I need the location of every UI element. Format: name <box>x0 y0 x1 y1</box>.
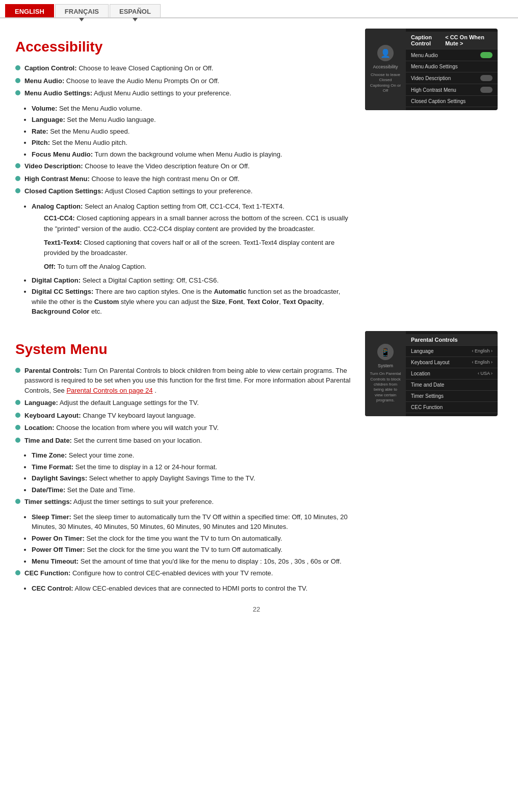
cc1cc4-term: CC1-CC4: <box>44 214 75 222</box>
system-menu-screenshot: 📱 System Turn On Parental Controls to bl… <box>365 331 498 416</box>
list-item-closed-caption: Closed Caption Settings: Adjust Closed C… <box>15 186 353 196</box>
lang-tab-francais-label: FRANÇAIS <box>65 8 99 15</box>
cec-control-term: CEC Control: <box>32 585 73 592</box>
sub-item-digital-cc-settings: Digital CC Settings: There are two capti… <box>32 287 353 317</box>
location-text: Location: Choose the location from where… <box>24 423 219 433</box>
sleep-timer-term: Sleep Timer: <box>32 513 71 521</box>
language-desc: Set the Menu Audio language. <box>67 116 156 123</box>
mockup-row-closed-caption-settings: Closed Caption Settings <box>406 96 498 107</box>
power-on-timer-desc: Set the clock for the time you want the … <box>86 535 282 542</box>
high-contrast-text: High Contrast Menu: Choose to leave the … <box>24 174 240 184</box>
off-desc: To turn off the Analog Caption. <box>58 263 147 270</box>
time-format-desc: Set the time to display in a 12 or 24-ho… <box>75 463 217 471</box>
language-tabs: ENGLISH FRANÇAIS ESPAÑOL <box>0 0 518 18</box>
caption-control-term: Caption Control: <box>24 64 77 72</box>
digital-caption-term: Digital Caption: <box>32 276 81 284</box>
mockup-menu: Caption Control < CC On When Mute > Menu… <box>406 29 498 110</box>
mockup-row-video-description: Video Description <box>406 72 498 84</box>
accessibility-title: Accessibility <box>15 39 353 55</box>
keyboard-layout-desc: Change TV keyboard layout language. <box>81 412 196 419</box>
cc1cc4-desc: Closed captioning appears in a small ban… <box>44 214 348 233</box>
mockup-row-language: Language ‹ English › <box>406 346 498 357</box>
list-item-parental-controls: Parental Controls: Turn On Parental Cont… <box>15 366 353 396</box>
row-value: ‹ USA › <box>478 371 493 376</box>
sub-item-rate: Rate: Set the Menu Audio speed. <box>32 126 353 137</box>
parental-controls-link[interactable]: Parental Controls on page 24 <box>66 387 152 394</box>
digital-cc-settings-term: Digital CC Settings: <box>32 288 93 295</box>
mockup-header-value: < CC On When Mute > <box>445 34 493 46</box>
daylight-savings-desc: Select whether to apply Daylight Savings… <box>89 474 255 482</box>
sidebar-sub: Turn On Parental Controls to block child… <box>369 371 402 403</box>
accessibility-more-list: Video Description: Choose to leave the V… <box>15 161 353 196</box>
accessibility-section: Accessibility Caption Control: Choose to… <box>15 29 498 319</box>
accessibility-main-list: Caption Control: Choose to leave Closed … <box>15 63 353 98</box>
toggle-off-icon <box>480 75 493 81</box>
bullet-icon <box>15 425 20 430</box>
bullet-icon <box>15 499 20 504</box>
row-label: Menu Audio <box>411 53 438 58</box>
sub-item-digital-caption: Digital Caption: Select a Digital Captio… <box>32 275 353 286</box>
system-main-list: Parental Controls: Turn On Parental Cont… <box>15 366 353 446</box>
sub-item-language: Language: Set the Menu Audio language. <box>32 115 353 125</box>
mockup-header-row: Caption Control < CC On When Mute > <box>406 32 498 49</box>
menu-audio-desc: Choose to leave the Audio Menu Prompts O… <box>66 77 219 85</box>
espanol-arrow-icon <box>133 18 138 21</box>
lang-tab-francais[interactable]: FRANÇAIS <box>55 4 109 17</box>
bullet-icon <box>15 570 20 575</box>
mockup-row-timer-settings: Timer Settings <box>406 391 498 402</box>
power-on-timer-term: Power On Timer: <box>32 535 85 542</box>
sub-item-volume: Volume: Set the Menu Audio volume. <box>32 104 353 114</box>
page-number: 22 <box>15 605 498 613</box>
daylight-savings-term: Daylight Savings: <box>32 474 87 482</box>
video-description-text: Video Description: Choose to leave the V… <box>24 161 250 171</box>
mockup-row-keyboard-layout: Keyboard Layout ‹ English › <box>406 357 498 368</box>
cc1cc4-block: CC1-CC4: Closed captioning appears in a … <box>44 213 353 235</box>
digital-caption-desc: Select a Digital Caption setting: Off, C… <box>83 276 219 284</box>
date-time-term: Date/Time: <box>32 486 65 494</box>
row-label: Language <box>411 348 434 354</box>
bullet-icon <box>15 188 20 193</box>
menu-timeout-term: Menu Timeout: <box>32 557 79 565</box>
sleep-timer-desc: Set the sleep timer to automatically tur… <box>32 513 348 531</box>
row-label: CEC Function <box>411 404 443 410</box>
menu-audio-settings-desc: Adjust Menu Audio settings to your prefe… <box>94 89 231 97</box>
list-item-caption-control: Caption Control: Choose to leave Closed … <box>15 63 353 73</box>
accessibility-text: Accessibility Caption Control: Choose to… <box>15 29 353 319</box>
sidebar-label: Accessibility <box>373 64 398 70</box>
bullet-icon <box>15 65 20 70</box>
time-date-text: Time and Date: Set the current time base… <box>24 436 202 446</box>
menu-audio-term: Menu Audio: <box>24 77 64 85</box>
timer-settings-desc: Adjust the timer settings to suit your p… <box>73 498 214 505</box>
bullet-icon <box>15 400 20 405</box>
lang-tab-espanol[interactable]: ESPAÑOL <box>110 4 161 17</box>
keyboard-layout-text: Keyboard Layout: Change TV keyboard layo… <box>24 411 196 421</box>
mockup-sidebar: 📱 System Turn On Parental Controls to bl… <box>365 331 406 416</box>
mockup-row-high-contrast: High Contrast Menu <box>406 84 498 96</box>
sub-item-time-zone: Time Zone: Select your time zone. <box>32 450 353 461</box>
row-label: Video Description <box>411 75 451 81</box>
mockup-inner: 👤 Accessibility Choose to leave Closed C… <box>365 29 498 110</box>
location-term: Location: <box>24 424 55 432</box>
list-item-menu-audio-settings: Menu Audio Settings: Adjust Menu Audio s… <box>15 88 353 98</box>
sub-item-date-time: Date/Time: Set the Date and Time. <box>32 485 353 495</box>
mockup-menu: Parental Controls Language ‹ English › K… <box>406 331 498 416</box>
volume-desc: Set the Menu Audio volume. <box>59 105 142 112</box>
menu-timeout-desc: Set the amount of time that you'd like f… <box>81 557 342 565</box>
keyboard-layout-term: Keyboard Layout: <box>24 412 81 419</box>
language-desc: Adjust the default Language settings for… <box>60 399 199 407</box>
row-label: Time and Date <box>411 382 444 388</box>
sub-item-pitch: Pitch: Set the Menu Audio pitch. <box>32 138 353 148</box>
sub-item-analog-caption: Analog Caption: Select an Analog Caption… <box>32 201 353 212</box>
sidebar-icon: 👤 <box>377 45 394 61</box>
mockup-row-location: Location ‹ USA › <box>406 368 498 379</box>
mockup-header-row: Parental Controls <box>406 334 498 346</box>
lang-tab-english[interactable]: ENGLISH <box>5 4 54 17</box>
mockup-row-cec-function: CEC Function <box>406 402 498 413</box>
bullet-icon <box>15 413 20 418</box>
closed-caption-desc: Adjust Closed Caption settings to your p… <box>105 187 252 195</box>
mockup-header-label: Parental Controls <box>411 337 458 343</box>
row-label: Location <box>411 371 430 376</box>
bullet-icon <box>15 78 20 83</box>
toggle-off-icon <box>480 87 493 93</box>
list-item-location: Location: Choose the location from where… <box>15 423 353 433</box>
